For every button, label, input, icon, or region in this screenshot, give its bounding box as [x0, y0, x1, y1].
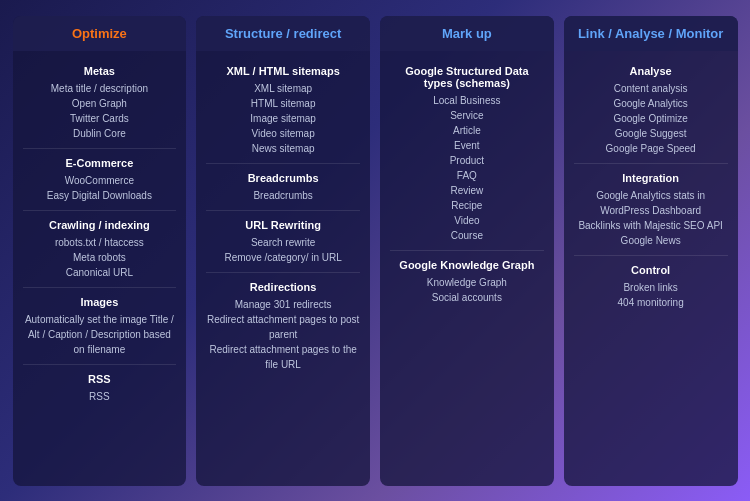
section-item: Redirect attachment pages to the file UR…: [206, 342, 360, 372]
section-item: Course: [390, 228, 544, 243]
col-body-markup: Google Structured Data types (schemas)Lo…: [380, 51, 554, 486]
col-header-optimize: Optimize: [13, 16, 187, 51]
section-title: Google Knowledge Graph: [390, 259, 544, 271]
section-item: Google Analytics: [574, 96, 728, 111]
section-item: Service: [390, 108, 544, 123]
section-item: Product: [390, 153, 544, 168]
section-title: XML / HTML sitemaps: [206, 65, 360, 77]
section-item: Review: [390, 183, 544, 198]
section-item: Google Analytics stats in WordPress Dash…: [574, 188, 728, 218]
section-item: Twitter Cards: [23, 111, 177, 126]
section-item: Video: [390, 213, 544, 228]
section-divider: [23, 148, 177, 149]
columns-wrapper: OptimizeMetasMeta title / descriptionOpe…: [3, 6, 748, 496]
section-divider: [206, 210, 360, 211]
section-divider: [206, 272, 360, 273]
section-item: Automatically set the image Title / Alt …: [23, 312, 177, 357]
section-item: 404 monitoring: [574, 295, 728, 310]
section-item: Content analysis: [574, 81, 728, 96]
section-item: Manage 301 redirects: [206, 297, 360, 312]
section-title: Breadcrumbs: [206, 172, 360, 184]
section-divider: [23, 210, 177, 211]
section-item: HTML sitemap: [206, 96, 360, 111]
section-divider: [574, 163, 728, 164]
section-title: Images: [23, 296, 177, 308]
section-item: Canonical URL: [23, 265, 177, 280]
col-body-optimize: MetasMeta title / descriptionOpen GraphT…: [13, 51, 187, 486]
section-item: XML sitemap: [206, 81, 360, 96]
section-item: Google Optimize: [574, 111, 728, 126]
section-item: Backlinks with Majestic SEO API: [574, 218, 728, 233]
section-item: Dublin Core: [23, 126, 177, 141]
col-body-structure: XML / HTML sitemapsXML sitemapHTML sitem…: [196, 51, 370, 486]
section-item: Meta robots: [23, 250, 177, 265]
section-item: Local Business: [390, 93, 544, 108]
section-title: E-Commerce: [23, 157, 177, 169]
col-header-link: Link / Analyse / Monitor: [564, 16, 738, 51]
section-divider: [23, 364, 177, 365]
section-item: Meta title / description: [23, 81, 177, 96]
section-title: Control: [574, 264, 728, 276]
section-item: Recipe: [390, 198, 544, 213]
section-item: Easy Digital Downloads: [23, 188, 177, 203]
section-divider: [574, 255, 728, 256]
section-item: RSS: [23, 389, 177, 404]
section-item: Google Page Speed: [574, 141, 728, 156]
section-item: Breadcrumbs: [206, 188, 360, 203]
section-divider: [206, 163, 360, 164]
section-item: Open Graph: [23, 96, 177, 111]
section-item: FAQ: [390, 168, 544, 183]
section-item: Redirect attachment pages to post parent: [206, 312, 360, 342]
section-item: robots.txt / htaccess: [23, 235, 177, 250]
section-item: WooCommerce: [23, 173, 177, 188]
section-divider: [390, 250, 544, 251]
section-item: Event: [390, 138, 544, 153]
column-structure: Structure / redirectXML / HTML sitemapsX…: [196, 16, 370, 486]
col-body-link: AnalyseContent analysisGoogle AnalyticsG…: [564, 51, 738, 486]
col-header-structure: Structure / redirect: [196, 16, 370, 51]
section-item: Remove /category/ in URL: [206, 250, 360, 265]
section-title: URL Rewriting: [206, 219, 360, 231]
section-title: Google Structured Data types (schemas): [390, 65, 544, 89]
section-item: Knowledge Graph: [390, 275, 544, 290]
section-title: Redirections: [206, 281, 360, 293]
section-item: Broken links: [574, 280, 728, 295]
column-markup: Mark upGoogle Structured Data types (sch…: [380, 16, 554, 486]
section-divider: [23, 287, 177, 288]
section-title: Analyse: [574, 65, 728, 77]
col-header-markup: Mark up: [380, 16, 554, 51]
section-item: Social accounts: [390, 290, 544, 305]
section-item: Search rewrite: [206, 235, 360, 250]
section-item: Google Suggest: [574, 126, 728, 141]
section-item: Image sitemap: [206, 111, 360, 126]
section-item: Article: [390, 123, 544, 138]
section-title: Metas: [23, 65, 177, 77]
section-item: Google News: [574, 233, 728, 248]
section-item: Video sitemap: [206, 126, 360, 141]
section-title: Crawling / indexing: [23, 219, 177, 231]
column-optimize: OptimizeMetasMeta title / descriptionOpe…: [13, 16, 187, 486]
column-link: Link / Analyse / MonitorAnalyseContent a…: [564, 16, 738, 486]
section-item: News sitemap: [206, 141, 360, 156]
section-title: Integration: [574, 172, 728, 184]
section-title: RSS: [23, 373, 177, 385]
